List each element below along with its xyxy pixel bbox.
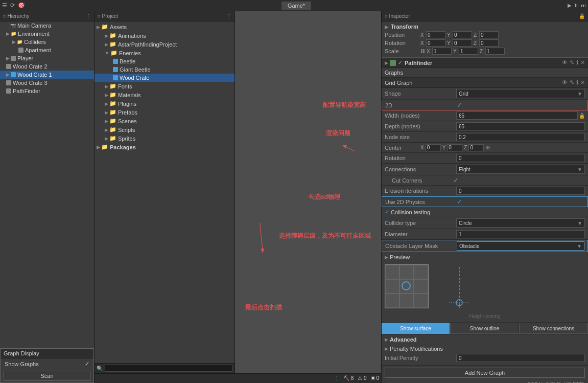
connections-dropdown[interactable]: Eight ▼ [456, 165, 585, 174]
assets-giant-beetle[interactable]: Giant Beetle [95, 65, 234, 74]
wood-crate-3-label: Wood Crate 3 [13, 80, 48, 86]
scale-x[interactable] [432, 48, 452, 55]
assets-prefabs[interactable]: ▶ 📁 Prefabs [95, 108, 234, 117]
hierarchy-item-wood-crate-2[interactable]: Wood Crate 2 [0, 62, 94, 71]
assets-menu[interactable]: ⋮ [226, 13, 231, 19]
rotation-x[interactable] [426, 39, 445, 47]
assets-materials[interactable]: ▶ 📁 Materials [95, 91, 234, 99]
rotation-y[interactable] [453, 39, 472, 47]
gg-edit-icon[interactable]: ✎ [570, 79, 574, 86]
width-row: Width (nodes) 🔒 [382, 110, 588, 121]
width-input[interactable] [456, 111, 578, 120]
hierarchy-tree: 📷 Main Camera ▶ 📁 Environment ▶ 📁 Collid… [0, 21, 94, 348]
svg-line-0 [343, 145, 355, 151]
annotation-last-click: 最后点击扫描 [245, 303, 282, 312]
diameter-input[interactable] [456, 230, 585, 238]
grid-rotation-input[interactable] [456, 154, 585, 162]
assets-enemies[interactable]: ▼ 📁 Enemies [95, 49, 234, 57]
depth-input[interactable] [456, 122, 585, 130]
preview-section: ▶ Preview [382, 252, 588, 323]
cut-corners-label: Cut Corners [392, 177, 453, 184]
center-x[interactable] [426, 144, 441, 151]
grid-rotation-label: Rotation [385, 155, 456, 161]
show-graphs-label: Show Graphs [5, 361, 39, 367]
assets-sprites[interactable]: ▶ 📁 Sprites [95, 134, 234, 143]
astar-label: AstarPathfindingProject [118, 41, 177, 48]
grid-rotation-row: Rotation [382, 153, 588, 164]
obstacle-layer-dropdown[interactable]: Obstacle ▼ [457, 241, 584, 251]
height-testing: Height testing [385, 312, 585, 320]
rotation-z[interactable] [479, 39, 499, 47]
assets-fonts[interactable]: ▶ 📁 Fonts [95, 82, 234, 91]
hierarchy-item-pathfinder[interactable]: PathFinder [0, 87, 94, 95]
scale-y[interactable] [459, 48, 478, 55]
play-btn[interactable]: ▶ [568, 3, 572, 8]
hierarchy-item-player[interactable]: ▶ Player [0, 54, 94, 62]
width-label: Width (nodes) [385, 112, 456, 119]
position-x[interactable] [426, 31, 445, 38]
menu-icon[interactable]: ⋮ [334, 375, 339, 381]
position-z[interactable] [479, 31, 499, 38]
packages-label: Packages [110, 144, 136, 150]
assets-scripts[interactable]: ▶ 📁 Scripts [95, 125, 234, 134]
connections-row: Connections Eight ▼ [382, 164, 588, 175]
center-y[interactable] [447, 144, 462, 151]
assets-animations[interactable]: ▶ 📁 Animations [95, 31, 234, 40]
pf-info-icon[interactable]: ℹ [576, 59, 578, 66]
hierarchy-menu[interactable]: ⋮ [86, 13, 91, 19]
grid-icon[interactable]: ⊞ [485, 144, 490, 151]
assets-astar[interactable]: ▶ 📁 AstarPathfindingProject [95, 40, 234, 49]
assets-scenes[interactable]: ▶ 📁 Scenes [95, 117, 234, 125]
gg-info-icon[interactable]: ℹ [576, 79, 578, 86]
hierarchy-title: ≡ Hierarchy [3, 13, 29, 19]
erosion-input[interactable] [456, 187, 585, 195]
gg-eye-icon[interactable]: 👁 [562, 79, 568, 86]
scan-button[interactable]: Scan [4, 371, 90, 381]
show-outline-btn[interactable]: Show outline [450, 323, 519, 334]
connections-label: Connections [385, 166, 456, 172]
shape-dropdown[interactable]: Grid ▼ [456, 89, 585, 98]
player-label: Player [17, 55, 33, 61]
assets-plugins[interactable]: ▶ 📁 Plugins [95, 99, 234, 108]
show-surface-btn[interactable]: Show surface [382, 323, 450, 334]
initial-penalty-row: Initial Penalty [385, 353, 585, 363]
hierarchy-item-apartment[interactable]: Apartment [0, 46, 94, 54]
assets-search[interactable] [105, 365, 232, 372]
pf-edit-icon[interactable]: ✎ [570, 59, 574, 66]
node-size-input[interactable] [456, 133, 585, 141]
diameter-row: Diameter [382, 229, 588, 240]
inspector-header: ≡ Inspector 🔒 [382, 11, 588, 21]
center-z[interactable] [468, 144, 484, 151]
position-y[interactable] [453, 31, 472, 38]
hierarchy-item-wood-crate-1[interactable]: ▶ Wood Crate 1 [0, 71, 94, 79]
hierarchy-item-wood-crate-3[interactable]: Wood Crate 3 [0, 79, 94, 87]
collider-type-dropdown[interactable]: Circle ▼ [456, 218, 585, 228]
graph-display-show-graphs[interactable]: Show Graphs ✓ [1, 358, 93, 369]
scale-z[interactable] [485, 48, 505, 55]
show-connections-btn[interactable]: Show connections [519, 323, 588, 334]
gg-close-icon[interactable]: ✕ [580, 79, 585, 86]
pf-close-icon[interactable]: ✕ [580, 59, 585, 66]
giant-beetle-label: Giant Beetle [120, 66, 151, 73]
pf-eye-icon[interactable]: 👁 [562, 59, 568, 66]
assets-wood-crate[interactable]: Wood Crate [95, 74, 234, 82]
step-btn[interactable]: ⏭ [581, 3, 586, 8]
assets-packages[interactable]: ▶ 📁 Packages [95, 143, 234, 151]
assets-root[interactable]: ▶ 📁 Assets [95, 22, 234, 31]
add-new-graph-row: Add New Graph [382, 365, 588, 380]
annotation-render-issue: 渲染问题 [326, 129, 350, 138]
penalty-row[interactable]: ▶ Penalty Modifications [385, 345, 585, 353]
hierarchy-item-main-camera[interactable]: 📷 Main Camera [0, 21, 94, 30]
inspector-menu[interactable]: 🔒 [579, 13, 585, 19]
hierarchy-item-environment[interactable]: ▶ 📁 Environment [0, 30, 94, 38]
wood-crate-2-label: Wood Crate 2 [13, 63, 48, 70]
collider-type-label: Collider type [385, 220, 456, 226]
pause-btn[interactable]: ⏸ [574, 3, 579, 8]
fonts-label: Fonts [118, 83, 132, 89]
hierarchy-item-colliders[interactable]: ▶ 📁 Colliders [0, 38, 94, 46]
assets-beetle[interactable]: Beetle [95, 57, 234, 65]
collision-testing-row: ✓ Collision testing [382, 207, 588, 217]
game-tab[interactable]: Game* [281, 2, 311, 10]
add-new-graph-btn[interactable]: Add New Graph [385, 368, 585, 378]
initial-penalty-input[interactable] [456, 354, 585, 362]
